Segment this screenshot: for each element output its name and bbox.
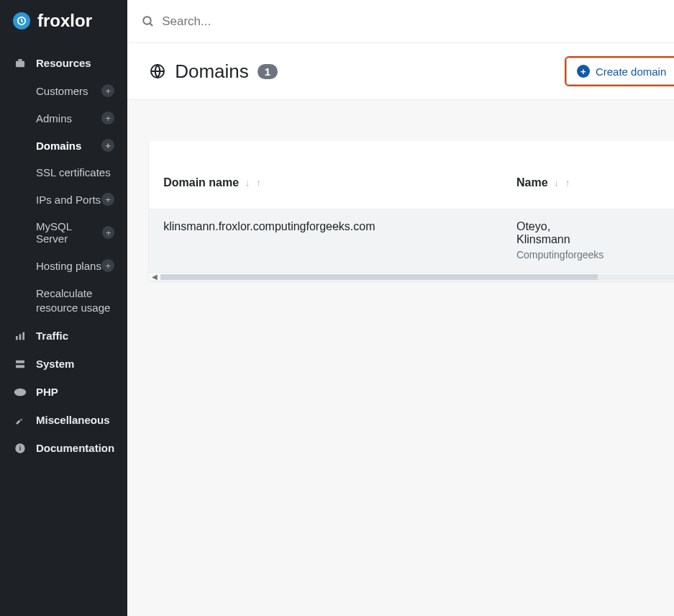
topbar: ✓ [127, 0, 674, 43]
nav-resources[interactable]: Resources [0, 49, 127, 77]
wrench-icon [13, 415, 27, 426]
add-customer-icon[interactable]: + [101, 84, 114, 97]
chart-icon [13, 330, 27, 342]
briefcase-icon [13, 58, 27, 69]
scroll-left-icon[interactable]: ◀ [149, 273, 160, 281]
svg-rect-3 [19, 334, 22, 340]
nav-misc-label: Miscellaneous [36, 414, 110, 426]
nav: Resources Customers + Admins + Domains +… [0, 42, 127, 462]
search-icon [142, 15, 155, 28]
cell-domain: klinsmann.froxlor.computingforgeeks.com [149, 209, 502, 272]
cell-name-line1: Oteyo, [516, 220, 658, 233]
main: ✓ Domains 1 [127, 0, 674, 616]
server-icon [13, 358, 27, 370]
globe-icon [149, 63, 166, 80]
th-domain-label: Domain name [163, 176, 239, 189]
info-icon: i [13, 443, 27, 454]
nav-sub-label: Recalculate resource usage [36, 286, 114, 314]
domains-table-card: Domain name ↓ ↑ Name ↓ ↑ Username [149, 141, 674, 281]
nav-sub-label: MySQL Server [36, 220, 102, 245]
sort-domain-asc-icon[interactable]: ↑ [256, 177, 261, 189]
add-admin-icon[interactable]: + [101, 112, 114, 124]
nav-sub-recalc[interactable]: Recalculate resource usage [0, 279, 127, 322]
scroll-thumb[interactable] [160, 274, 598, 280]
svg-rect-4 [22, 332, 24, 340]
svg-rect-6 [16, 365, 24, 368]
svg-text:i: i [19, 445, 22, 452]
svg-rect-1 [16, 60, 24, 67]
svg-rect-2 [16, 336, 18, 340]
nav-misc[interactable]: Miscellaneous [0, 406, 127, 434]
brand[interactable]: froxlor [0, 0, 127, 42]
add-ip-icon[interactable]: + [101, 193, 114, 206]
search-input[interactable] [162, 14, 378, 29]
add-hostingplan-icon[interactable]: + [101, 259, 114, 272]
th-domain: Domain name ↓ ↑ [149, 141, 502, 209]
nav-sub-ips[interactable]: IPs and Ports + [0, 186, 127, 213]
nav-sub-mysql[interactable]: MySQL Server + [0, 213, 127, 252]
nav-sub-customers[interactable]: Customers + [0, 77, 127, 104]
domain-count-badge: 1 [258, 64, 278, 79]
nav-docs[interactable]: i Documentation [0, 434, 127, 462]
nav-sub-label: IPs and Ports [36, 194, 101, 206]
nav-sub-label: Customers [36, 85, 88, 97]
nav-sub-label: SSL certificates [36, 166, 111, 178]
sort-domain-desc-icon[interactable]: ↓ [245, 177, 250, 189]
cell-name: Oteyo, Klinsmann Computingforgeeks [502, 209, 673, 272]
nav-sub-admins[interactable]: Admins + [0, 104, 127, 132]
add-domain-icon[interactable]: + [101, 139, 114, 152]
brand-name: froxlor [37, 11, 92, 31]
cell-company: Computingforgeeks [516, 249, 658, 261]
create-domain-label: Create domain [596, 65, 666, 78]
nav-system-label: System [36, 358, 74, 370]
nav-sub-label: Admins [36, 112, 72, 124]
search-wrap [142, 14, 674, 29]
create-domain-button[interactable]: + Create domain [566, 58, 674, 85]
sidebar: froxlor Resources Customers + Admins + D… [0, 0, 127, 616]
nav-system[interactable]: System [0, 350, 127, 378]
nav-sub-hosting[interactable]: Hosting plans + [0, 252, 127, 279]
page-title: Domains [175, 60, 249, 83]
sort-name-asc-icon[interactable]: ↑ [565, 177, 570, 189]
sort-name-desc-icon[interactable]: ↓ [554, 177, 559, 189]
table-scroll[interactable]: Domain name ↓ ↑ Name ↓ ↑ Username [149, 141, 674, 272]
plus-circle-icon: + [577, 65, 590, 78]
svg-line-11 [150, 23, 152, 26]
nav-sub-domains[interactable]: Domains + [0, 132, 127, 159]
svg-point-7 [14, 388, 27, 396]
page-header: Domains 1 + Create domain Import Domains [127, 43, 674, 100]
horizontal-scrollbar[interactable]: ◀ ▶ [149, 272, 674, 281]
content: Domain name ↓ ↑ Name ↓ ↑ Username [127, 100, 674, 302]
add-mysql-icon[interactable]: + [102, 226, 114, 239]
nav-traffic-label: Traffic [36, 330, 68, 342]
nav-traffic[interactable]: Traffic [0, 322, 127, 350]
nav-sub-ssl[interactable]: SSL certificates [0, 159, 127, 186]
nav-docs-label: Documentation [36, 442, 114, 454]
cell-name-line2: Klinsmann [516, 233, 658, 246]
nav-resources-label: Resources [36, 57, 91, 69]
scroll-track[interactable] [160, 274, 674, 280]
nav-php[interactable]: PHP [0, 378, 127, 406]
php-icon [13, 388, 27, 397]
page-title-wrap: Domains 1 [149, 60, 278, 83]
th-name-label: Name [516, 176, 548, 189]
page-actions: + Create domain Import Domains [566, 58, 674, 85]
svg-rect-5 [16, 360, 24, 363]
nav-sub-label: Hosting plans [36, 260, 101, 272]
brand-logo-icon [13, 12, 30, 30]
svg-point-10 [143, 17, 151, 24]
th-name: Name ↓ ↑ [502, 141, 673, 209]
nav-php-label: PHP [36, 386, 58, 398]
table-row[interactable]: klinsmann.froxlor.computingforgeeks.com … [149, 209, 674, 272]
nav-sub-label: Domains [36, 140, 81, 152]
domains-table: Domain name ↓ ↑ Name ↓ ↑ Username [149, 141, 674, 272]
